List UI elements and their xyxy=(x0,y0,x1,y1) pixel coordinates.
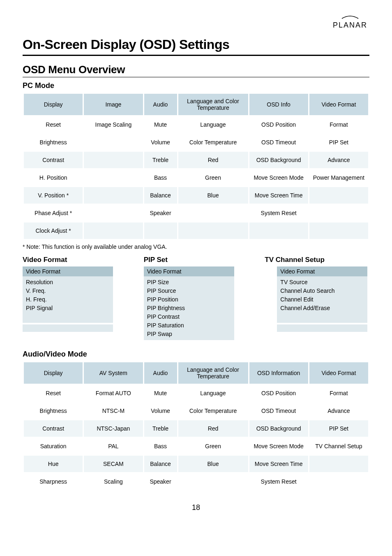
pc-cell xyxy=(249,222,308,239)
planar-swoosh-icon xyxy=(340,14,360,20)
tv-channel-box: Video Format TV Source Channel Auto Sear… xyxy=(277,266,367,332)
pc-cell: Color Temperature xyxy=(178,134,248,151)
pc-cell xyxy=(84,152,143,168)
pc-header-cell: OSD Info xyxy=(249,94,308,115)
pip-set-col: PIP Set Video Format PIP Size PIP Source… xyxy=(144,256,249,340)
av-cell: System Reset xyxy=(249,473,308,490)
pc-cell: Speaker xyxy=(144,205,177,221)
box-item: PIP Swap xyxy=(147,330,231,338)
pc-cell xyxy=(84,134,143,151)
av-cell: OSD Background xyxy=(249,420,308,437)
pc-cell: Contrast xyxy=(24,152,83,168)
pc-cell: Clock Adjust * xyxy=(24,222,83,239)
av-cell: TV Channel Setup xyxy=(309,438,368,454)
av-cell: Sharpness xyxy=(24,473,83,490)
pc-cell: Image Scaling xyxy=(84,116,143,133)
av-cell: Format xyxy=(309,385,368,401)
pc-cell: Balance xyxy=(144,187,177,204)
av-mode-table: Display AV System Audio Language and Col… xyxy=(23,361,369,491)
pc-cell: V. Position * xyxy=(24,187,83,204)
box-header: Video Format xyxy=(23,266,113,276)
box-item: PIP Contrast xyxy=(147,313,231,321)
box-item: Channel Auto Search xyxy=(280,287,364,295)
box-item: V. Freq. xyxy=(26,287,110,295)
av-cell: Move Screen Time xyxy=(249,456,308,472)
section-heading: OSD Menu Overview xyxy=(23,63,369,76)
av-cell: Balance xyxy=(144,456,177,472)
pc-cell: Format xyxy=(309,116,368,133)
av-header-cell: Display xyxy=(24,362,83,384)
page-title: On-Screen Display (OSD) Settings xyxy=(23,37,369,52)
pc-cell: System Reset xyxy=(249,205,308,221)
box-header: Video Format xyxy=(277,266,367,276)
av-header-cell: Video Format xyxy=(309,362,368,384)
box-item: PIP Size xyxy=(147,278,231,287)
av-cell: Mute xyxy=(144,385,177,401)
footnote: * Note: This function is only available … xyxy=(23,243,369,250)
av-cell: Speaker xyxy=(144,473,177,490)
box-item: Resolution xyxy=(26,278,110,287)
pc-header-cell: Audio xyxy=(144,94,177,115)
pc-cell: Green xyxy=(178,169,248,186)
av-cell: Hue xyxy=(24,456,83,472)
pip-set-heading: PIP Set xyxy=(144,256,249,264)
av-header-cell: AV System xyxy=(84,362,143,384)
pc-cell xyxy=(178,222,248,239)
av-cell: Brightness xyxy=(24,403,83,419)
av-cell xyxy=(309,456,368,472)
av-cell xyxy=(178,473,248,490)
av-cell xyxy=(309,473,368,490)
box-item: PIP Source xyxy=(147,287,231,295)
pc-cell xyxy=(84,169,143,186)
pc-cell xyxy=(144,222,177,239)
av-cell: PIP Set xyxy=(309,420,368,437)
pc-cell xyxy=(84,187,143,204)
pc-cell: Bass xyxy=(144,169,177,186)
video-format-heading: Video Format xyxy=(23,256,127,264)
av-cell: Reset xyxy=(24,385,83,401)
av-cell: OSD Position xyxy=(249,385,308,401)
av-cell: Format AUTO xyxy=(84,385,143,401)
pc-cell: Advance xyxy=(309,152,368,168)
pc-cell xyxy=(309,205,368,221)
av-cell: Color Temperature xyxy=(178,403,248,419)
box-item: PIP Saturation xyxy=(147,321,231,330)
pc-cell xyxy=(178,205,248,221)
av-cell: Move Screen Mode xyxy=(249,438,308,454)
box-item: PIP Position xyxy=(147,295,231,304)
tv-channel-col: TV Channel Setup Video Format TV Source … xyxy=(265,256,369,340)
pc-mode-heading: PC Mode xyxy=(23,81,369,90)
pc-cell: Treble xyxy=(144,152,177,168)
pc-cell: Move Screen Mode xyxy=(249,169,308,186)
av-cell: NTSC-Japan xyxy=(84,420,143,437)
pc-cell: Volume xyxy=(144,134,177,151)
pc-cell: Reset xyxy=(24,116,83,133)
pc-cell xyxy=(84,222,143,239)
av-cell: NTSC-M xyxy=(84,403,143,419)
tv-channel-heading: TV Channel Setup xyxy=(265,256,369,264)
av-cell: Red xyxy=(178,420,248,437)
pc-cell xyxy=(84,205,143,221)
title-divider xyxy=(23,55,369,56)
av-header-cell: Language and Color Temperature xyxy=(178,362,248,384)
pc-cell: OSD Position xyxy=(249,116,308,133)
pc-cell: Phase Adjust * xyxy=(24,205,83,221)
section-divider xyxy=(23,77,369,77)
box-item: PIP Signal xyxy=(26,304,110,313)
av-cell: Bass xyxy=(144,438,177,454)
av-cell: Scaling xyxy=(84,473,143,490)
av-cell: OSD Timeout xyxy=(249,403,308,419)
av-cell: PAL xyxy=(84,438,143,454)
av-cell: Saturation xyxy=(24,438,83,454)
pc-cell: Move Screen Time xyxy=(249,187,308,204)
logo-text: PLANAR xyxy=(333,21,367,29)
pc-header-cell: Language and Color Temperature xyxy=(178,94,248,115)
video-format-box: Video Format Resolution V. Freq. H. Freq… xyxy=(23,266,113,332)
brand-logo: PLANAR xyxy=(333,14,367,30)
pip-set-box: Video Format PIP Size PIP Source PIP Pos… xyxy=(144,266,234,340)
pc-cell: Mute xyxy=(144,116,177,133)
av-cell: Green xyxy=(178,438,248,454)
pc-cell xyxy=(309,222,368,239)
av-cell: Treble xyxy=(144,420,177,437)
av-cell: Blue xyxy=(178,456,248,472)
